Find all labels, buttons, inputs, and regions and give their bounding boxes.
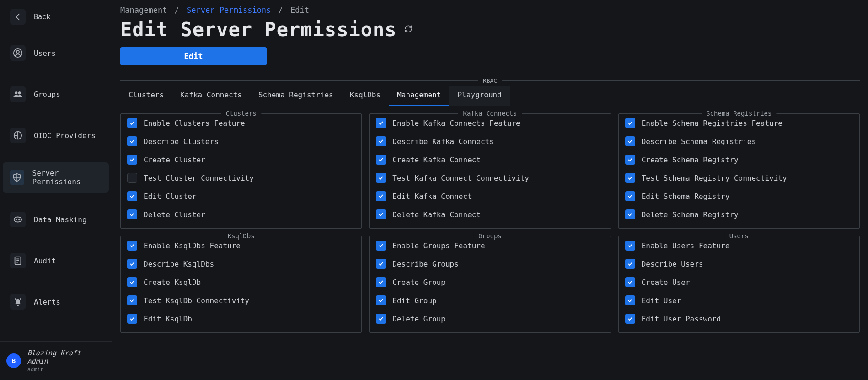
checkbox[interactable] xyxy=(376,155,386,165)
edit-button[interactable]: Edit xyxy=(120,47,267,65)
permission-row[interactable]: Edit Schema Registry xyxy=(625,187,853,205)
tab-playground[interactable]: Playground xyxy=(449,86,509,106)
user-role: admin xyxy=(27,366,105,373)
sidebar-item-groups[interactable]: Groups xyxy=(3,80,109,108)
sidebar: Back UsersGroupsOIDC ProvidersServer Per… xyxy=(0,0,112,380)
checkbox[interactable] xyxy=(376,118,386,128)
checkbox[interactable] xyxy=(625,314,635,324)
permission-label: Create KsqlDb xyxy=(144,278,201,287)
checkbox[interactable] xyxy=(376,241,386,251)
permission-row[interactable]: Edit User xyxy=(625,291,853,310)
checkbox[interactable] xyxy=(127,191,137,201)
permission-label: Create Schema Registry xyxy=(642,155,739,164)
permission-label: Test KsqlDb Connectivity xyxy=(144,296,249,305)
checkbox[interactable] xyxy=(376,259,386,269)
checkbox[interactable] xyxy=(625,136,635,146)
checkbox[interactable] xyxy=(127,118,137,128)
permission-row[interactable]: Edit Kafka Connect xyxy=(376,187,604,205)
permission-label: Delete Cluster xyxy=(144,210,205,219)
checkbox[interactable] xyxy=(127,136,137,146)
permission-row[interactable]: Delete Schema Registry xyxy=(625,205,853,224)
permission-row[interactable]: Describe KsqlDbs xyxy=(127,255,355,273)
permission-row[interactable]: Create Cluster xyxy=(127,150,355,169)
tab-clusters[interactable]: Clusters xyxy=(120,86,172,106)
permission-label: Create User xyxy=(642,278,690,287)
permission-row[interactable]: Edit User Password xyxy=(625,310,853,328)
checkbox[interactable] xyxy=(127,155,137,165)
permission-row[interactable]: Delete Kafka Connect xyxy=(376,205,604,224)
permission-label: Create Cluster xyxy=(144,155,205,164)
checkbox[interactable] xyxy=(127,295,137,305)
breadcrumb-root[interactable]: Management xyxy=(120,5,167,15)
breadcrumb-link[interactable]: Server Permissions xyxy=(187,5,271,15)
permission-row[interactable]: Delete Cluster xyxy=(127,205,355,224)
sidebar-item-alerts[interactable]: Alerts xyxy=(3,288,109,316)
arrow-left-icon xyxy=(10,9,26,25)
avatar: B xyxy=(6,353,21,368)
permission-row[interactable]: Create Kafka Connect xyxy=(376,150,604,169)
sidebar-item-server-permissions[interactable]: Server Permissions xyxy=(3,162,109,193)
permission-row[interactable]: Test Kafka Connect Connectivity xyxy=(376,169,604,187)
checkbox[interactable] xyxy=(376,191,386,201)
permission-label: Enable Users Feature xyxy=(642,241,730,250)
permission-row[interactable]: Describe Users xyxy=(625,255,853,273)
permission-row[interactable]: Describe Clusters xyxy=(127,132,355,150)
checkbox[interactable] xyxy=(127,241,137,251)
sidebar-item-data-masking[interactable]: Data Masking xyxy=(3,205,109,234)
checkbox[interactable] xyxy=(127,259,137,269)
permission-row[interactable]: Describe Schema Registries xyxy=(625,132,853,150)
sidebar-item-audit[interactable]: Audit xyxy=(3,246,109,275)
sidebar-item-users[interactable]: Users xyxy=(3,39,109,67)
checkbox[interactable] xyxy=(127,209,137,219)
checkbox[interactable] xyxy=(625,295,635,305)
tab-ksqldbs[interactable]: KsqlDbs xyxy=(342,86,389,106)
permission-label: Describe Clusters xyxy=(144,137,219,146)
rbac-section: RBAC xyxy=(120,77,860,84)
checkbox[interactable] xyxy=(625,259,635,269)
permission-row[interactable]: Test Cluster Connectivity xyxy=(127,169,355,187)
permission-row[interactable]: Create Group xyxy=(376,273,604,291)
permission-label: Describe Users xyxy=(642,260,703,268)
permission-row[interactable]: Edit KsqlDb xyxy=(127,310,355,328)
permission-row[interactable]: Edit Group xyxy=(376,291,604,310)
checkbox[interactable] xyxy=(625,191,635,201)
permission-row[interactable]: Describe Kafka Connects xyxy=(376,132,604,150)
permission-row[interactable]: Delete Group xyxy=(376,310,604,328)
checkbox[interactable] xyxy=(625,173,635,183)
main-content: Management / Server Permissions / Edit E… xyxy=(112,0,868,380)
permission-group-title: Groups xyxy=(474,232,506,240)
checkbox[interactable] xyxy=(625,118,635,128)
permission-row[interactable]: Create Schema Registry xyxy=(625,150,853,169)
permission-row[interactable]: Create KsqlDb xyxy=(127,273,355,291)
checkbox[interactable] xyxy=(625,155,635,165)
refresh-icon[interactable] xyxy=(404,25,413,35)
checkbox[interactable] xyxy=(625,277,635,287)
permission-label: Create Group xyxy=(392,278,445,287)
permission-row[interactable]: Create User xyxy=(625,273,853,291)
permission-row[interactable]: Edit Cluster xyxy=(127,187,355,205)
permission-row[interactable]: Describe Groups xyxy=(376,255,604,273)
checkbox[interactable] xyxy=(625,241,635,251)
tab-schema-registries[interactable]: Schema Registries xyxy=(250,86,342,106)
tab-kafka-connects[interactable]: Kafka Connects xyxy=(172,86,250,106)
checkbox[interactable] xyxy=(376,136,386,146)
checkbox[interactable] xyxy=(376,314,386,324)
checkbox[interactable] xyxy=(376,209,386,219)
mask-icon xyxy=(10,212,26,227)
users-group-icon xyxy=(10,86,26,102)
checkbox[interactable] xyxy=(625,209,635,219)
checkbox[interactable] xyxy=(127,173,137,183)
checkbox[interactable] xyxy=(127,314,137,324)
permission-row[interactable]: Test Schema Registry Connectivity xyxy=(625,169,853,187)
user-circle-icon xyxy=(10,45,26,61)
checkbox[interactable] xyxy=(127,277,137,287)
tab-management[interactable]: Management xyxy=(389,86,449,106)
checkbox[interactable] xyxy=(376,295,386,305)
bell-icon xyxy=(10,294,26,310)
permission-row[interactable]: Test KsqlDb Connectivity xyxy=(127,291,355,310)
sidebar-item-oidc-providers[interactable]: OIDC Providers xyxy=(3,121,109,150)
checkbox[interactable] xyxy=(376,173,386,183)
user-footer[interactable]: B Blazing Kraft Admin admin xyxy=(0,341,112,380)
checkbox[interactable] xyxy=(376,277,386,287)
back-button[interactable]: Back xyxy=(0,0,112,34)
